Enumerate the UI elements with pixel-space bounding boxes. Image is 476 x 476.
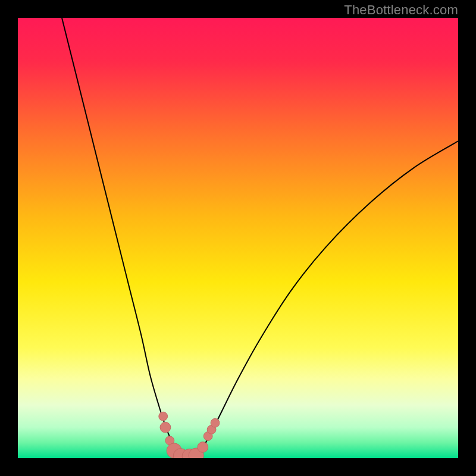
plot-area xyxy=(18,18,458,458)
chart-frame: TheBottleneck.com xyxy=(0,0,476,476)
data-marker xyxy=(160,422,171,433)
watermark-text: TheBottleneck.com xyxy=(344,2,458,18)
gradient-background xyxy=(18,18,458,458)
data-marker xyxy=(198,442,208,453)
data-marker xyxy=(211,418,220,427)
bottleneck-chart xyxy=(18,18,458,458)
data-marker xyxy=(159,412,168,421)
